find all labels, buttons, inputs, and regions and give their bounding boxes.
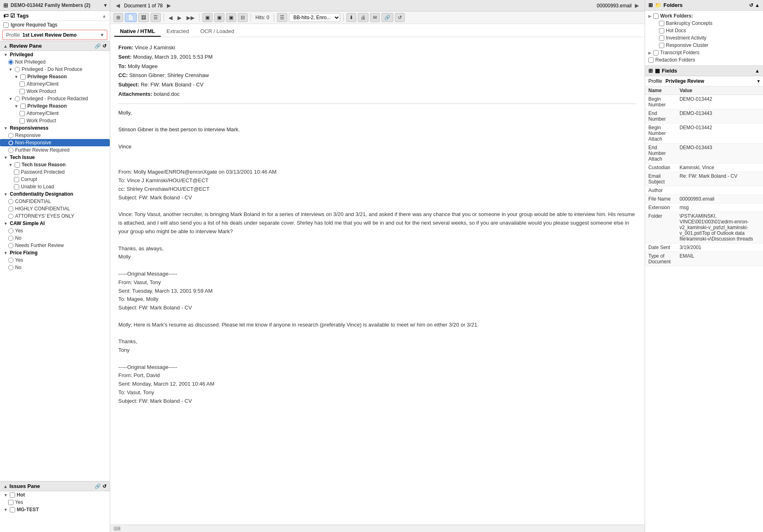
toolbar-btn-8[interactable]: ⊟: [238, 13, 248, 22]
radio-not-privileged[interactable]: [8, 60, 13, 65]
tree-item-atty-client-2[interactable]: Attorney/Client: [0, 110, 110, 117]
toolbar-last-btn[interactable]: ▶▶: [185, 14, 196, 22]
radio-priv-produce-redacted[interactable]: [15, 96, 20, 102]
tags-label[interactable]: 🏷 ☑ Tags: [3, 13, 29, 19]
link-icon-issues[interactable]: 🔗: [95, 483, 101, 489]
tree-item-password-protected[interactable]: Password Protected: [0, 168, 110, 176]
toolbar-image-btn[interactable]: 🖼: [138, 13, 149, 22]
check-atty-client-2[interactable]: [20, 111, 25, 116]
radio-caw-needs-further[interactable]: [8, 243, 13, 248]
tree-item-tech-issue-reason[interactable]: ▼ Tech Issue Reason: [0, 161, 110, 168]
tree-item-privileged[interactable]: ▼ Privileged: [0, 51, 110, 58]
toolbar-print-btn[interactable]: 🖨: [358, 13, 368, 22]
search-dropdown[interactable]: BB-hits-2, Enro...: [289, 13, 340, 22]
check-mg-test[interactable]: [10, 507, 15, 512]
tree-item-caw-needs-further[interactable]: Needs Further Review: [0, 242, 110, 249]
tree-item-privilege-reason-2[interactable]: ▼ Privilege Reason: [0, 102, 110, 110]
check-redaction[interactable]: [648, 57, 654, 63]
check-password-protected[interactable]: [14, 170, 19, 175]
radio-price-yes[interactable]: [8, 258, 13, 263]
check-work-product-1[interactable]: [20, 89, 25, 94]
tab-extracted[interactable]: Extracted: [161, 26, 195, 37]
tree-item-priv-produce-redacted[interactable]: ▼ Privileged - Produce Redacted: [0, 95, 110, 102]
transcript-expand[interactable]: ▶: [648, 51, 652, 55]
check-hot[interactable]: [10, 492, 15, 498]
tree-item-hot-yes[interactable]: Yes: [0, 499, 110, 506]
check-hot-yes[interactable]: [8, 500, 13, 505]
toolbar-history-btn[interactable]: ↺: [395, 13, 405, 22]
tree-item-priv-do-not-produce[interactable]: ▼ Privileged - Do Not Produce: [0, 66, 110, 73]
radio-non-responsive[interactable]: [8, 140, 13, 146]
tree-item-atty-client-1[interactable]: Attorney/Client: [0, 80, 110, 88]
tree-item-privilege-reason-1[interactable]: ▼ Privilege Reason: [0, 73, 110, 80]
refresh-icon[interactable]: ↺: [102, 43, 106, 49]
check-privilege-reason-2[interactable]: [20, 104, 26, 109]
folder-redaction[interactable]: Redaction Folders: [645, 56, 763, 64]
tree-item-not-privileged[interactable]: Not Privileged: [0, 58, 110, 66]
toolbar-link-btn[interactable]: 🔗: [382, 13, 393, 22]
check-transcript[interactable]: [653, 50, 659, 55]
toolbar-prev-btn[interactable]: ◀: [167, 14, 174, 22]
tree-item-confidential[interactable]: CONFIDENTIAL: [0, 198, 110, 205]
check-responsive[interactable]: [659, 43, 664, 48]
tree-item-attorneys-eyes-only[interactable]: ATTORNEYS' EYES ONLY: [0, 212, 110, 220]
prev-doc-button[interactable]: ◀: [114, 2, 122, 9]
refresh-icon-issues[interactable]: ↺: [102, 483, 106, 489]
check-bankruptcy[interactable]: [659, 21, 664, 26]
radio-highly-confidential[interactable]: [8, 206, 13, 212]
work-folders-expand[interactable]: ▶: [648, 14, 652, 18]
toolbar-copy-btn[interactable]: ⊞: [113, 13, 123, 22]
folder-responsive[interactable]: Responsive Cluster: [645, 42, 763, 49]
toolbar-download-btn[interactable]: ⬇: [346, 13, 356, 22]
tree-item-caw-yes[interactable]: Yes: [0, 227, 110, 234]
radio-priv-do-not-produce[interactable]: [15, 67, 20, 72]
link-icon[interactable]: 🔗: [95, 43, 101, 49]
check-work-product-2[interactable]: [20, 118, 25, 124]
radio-price-no[interactable]: [8, 265, 13, 270]
tree-item-price-no[interactable]: No: [0, 264, 110, 271]
check-unable-to-load[interactable]: [14, 184, 19, 190]
tree-item-caw-no[interactable]: No: [0, 234, 110, 242]
toolbar-btn-7[interactable]: ▣: [226, 13, 236, 22]
radio-further-review[interactable]: [8, 148, 13, 153]
folder-investment[interactable]: Investment Activity: [645, 34, 763, 42]
next-arrow-button[interactable]: ▶: [633, 2, 641, 9]
tree-item-corrupt[interactable]: Corrupt: [0, 176, 110, 183]
tree-item-responsive[interactable]: Responsive: [0, 132, 110, 139]
tab-ocr-loaded[interactable]: OCR / Loaded: [195, 26, 240, 37]
tree-item-responsiveness[interactable]: ▼ Responsiveness: [0, 124, 110, 132]
check-hot-docs[interactable]: [659, 28, 664, 33]
tree-item-mg-test[interactable]: ▼ MG-TEST: [0, 506, 110, 513]
radio-attorneys-eyes-only[interactable]: [8, 214, 13, 219]
toolbar-btn-6[interactable]: ▣: [214, 13, 224, 22]
toolbar-doc-btn[interactable]: 📄: [125, 13, 137, 22]
radio-responsive[interactable]: [8, 133, 13, 138]
fields-collapse-icon[interactable]: ▲: [755, 68, 760, 74]
folders-refresh-icon[interactable]: ↺: [749, 2, 753, 8]
tree-item-further-review[interactable]: Further Review Required: [0, 146, 110, 154]
check-investment[interactable]: [659, 35, 664, 41]
folder-transcript[interactable]: ▶ Transcript Folders: [645, 49, 763, 56]
toolbar-next-btn[interactable]: ▶: [176, 14, 183, 22]
folders-collapse-icon[interactable]: ▲: [755, 2, 760, 8]
toolbar-list-btn[interactable]: ☰: [151, 13, 161, 22]
tree-item-hot[interactable]: ▼ Hot: [0, 491, 110, 499]
collapse-arrow[interactable]: ▲: [102, 13, 106, 18]
ignore-required-checkbox[interactable]: [3, 22, 9, 28]
toolbar-email-btn[interactable]: ✉: [370, 13, 380, 22]
toolbar-list-view-btn[interactable]: ☰: [277, 13, 287, 22]
radio-caw-yes[interactable]: [8, 228, 13, 234]
tree-item-price-yes[interactable]: Yes: [0, 256, 110, 264]
radio-caw-no[interactable]: [8, 236, 13, 241]
dropdown-icon[interactable]: ▾: [104, 2, 106, 8]
check-atty-client-1[interactable]: [20, 82, 25, 87]
tree-item-work-product-1[interactable]: Work Product: [0, 88, 110, 95]
tree-item-caw-simple-ai[interactable]: ▼ CAW Simple AI: [0, 220, 110, 227]
check-privilege-reason-1[interactable]: [20, 74, 26, 79]
toolbar-btn-5[interactable]: ▣: [202, 13, 213, 22]
tree-item-confidentiality[interactable]: ▼ Confidentiality Designation: [0, 190, 110, 198]
folder-bankruptcy[interactable]: Bankruptcy Concepts: [645, 20, 763, 27]
check-work-folders[interactable]: [653, 13, 659, 19]
tree-item-non-responsive[interactable]: Non-Responsive: [0, 139, 110, 146]
profile-dropdown-icon[interactable]: ▾: [101, 32, 104, 38]
